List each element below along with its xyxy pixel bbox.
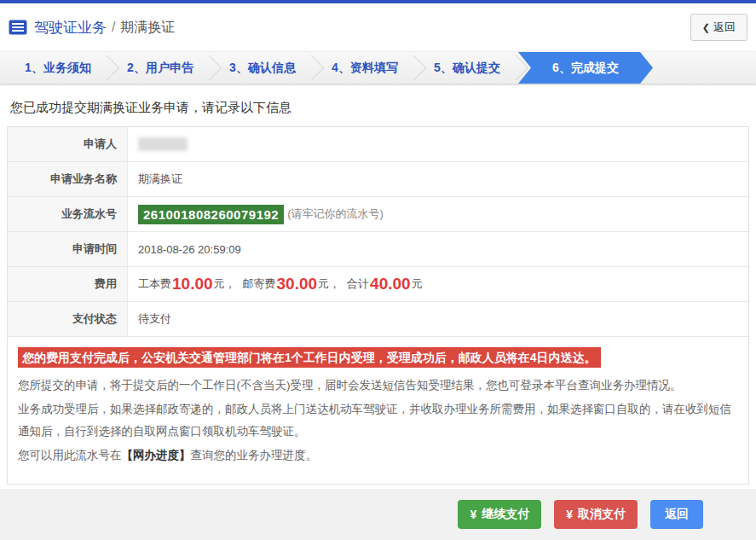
table-row-serial-number: 业务流水号 261001808260079192 (请牢记你的流水号) <box>8 197 748 232</box>
fee-post-amount: 30.00 <box>277 275 318 293</box>
cancel-payment-button[interactable]: ¥ 取消支付 <box>554 500 638 529</box>
row-value: 工本费 10.00 元 ， 邮寄费 30.00 元 ， 合计 40.00 元 <box>128 267 748 301</box>
fee-comma: ， <box>225 276 236 292</box>
step-1-business-notice: 1、业务须知 <box>7 52 109 84</box>
fee-comma: ， <box>329 276 340 292</box>
serial-number-badge: 261001808260079192 <box>138 205 284 224</box>
step-label: 4、资料填写 <box>332 61 398 76</box>
step-4-fill-materials: 4、资料填写 <box>314 52 416 84</box>
step-progress-bar: 1、业务须知 2、用户申告 3、确认信息 4、资料填写 5、确认提交 6、完成提… <box>0 52 756 85</box>
progress-note-highlight: 【网办进度】 <box>122 449 191 462</box>
table-row-payment-status: 支付状态 待支付 <box>8 302 748 337</box>
fee-work-label: 工本费 <box>138 276 171 292</box>
progress-note-post: 查询您的业务办理进度。 <box>191 449 318 462</box>
table-row-applicant: 申请人 <box>8 127 748 162</box>
step-3-confirm-info: 3、确认信息 <box>211 52 314 84</box>
return-button-label: 返回 <box>665 507 689 522</box>
table-row-fee: 费用 工本费 10.00 元 ， 邮寄费 30.00 元 ， 合计 40.00 … <box>8 267 748 302</box>
back-button[interactable]: ❮ 返回 <box>690 14 747 41</box>
step-label: 6、完成提交 <box>552 61 619 76</box>
step-6-complete-submit-active: 6、完成提交 <box>518 52 653 84</box>
row-label: 支付状态 <box>8 302 128 336</box>
table-row-business-name: 申请业务名称 期满换证 <box>8 162 748 197</box>
yuan-icon: ¥ <box>566 508 573 521</box>
step-2-user-declaration: 2、用户申告 <box>109 52 211 84</box>
serial-number-note: (请牢记你的流水号) <box>287 206 384 222</box>
progress-note-pre: 您可以用此流水号在 <box>18 449 122 462</box>
row-label: 申请人 <box>8 127 128 161</box>
result-panel: 申请人 申请业务名称 期满换证 业务流水号 261001808260079192… <box>7 126 749 485</box>
info-section: 您的费用支付完成后，公安机关交通管理部门将在1个工作日内受理，受理成功后，邮政人… <box>8 337 748 484</box>
breadcrumb-current-page: 期满换证 <box>120 19 175 37</box>
progress-query-note: 您可以用此流水号在【网办进度】查询您的业务办理进度。 <box>18 444 738 467</box>
fee-total-amount: 40.00 <box>370 275 411 293</box>
table-row-apply-time: 申请时间 2018-08-26 20:59:09 <box>8 232 748 267</box>
breadcrumb-separator: / <box>112 20 115 35</box>
fee-total-label: 合计 <box>347 276 369 292</box>
fee-unit: 元 <box>412 276 423 292</box>
yuan-icon: ¥ <box>470 508 476 521</box>
applicant-name-redacted <box>138 137 188 151</box>
step-label: 1、业务须知 <box>25 61 91 76</box>
page-header: 驾驶证业务 / 期满换证 ❮ 返回 <box>0 3 756 52</box>
info-paragraph-1: 您所提交的申请，将于提交后的一个工作日(不含当天)受理，届时会发送短信告知受理结… <box>18 375 738 397</box>
return-button[interactable]: 返回 <box>650 500 703 529</box>
fee-unit: 元 <box>318 276 329 292</box>
row-label: 业务流水号 <box>8 197 128 231</box>
step-label: 5、确认提交 <box>434 61 500 76</box>
breadcrumb-section-link[interactable]: 驾驶证业务 <box>34 18 107 38</box>
fee-unit: 元 <box>214 276 225 292</box>
footer-action-bar: ¥ 继续支付 ¥ 取消支付 返回 <box>0 489 756 540</box>
row-value: 2018-08-26 20:59:09 <box>128 232 748 266</box>
row-label: 申请业务名称 <box>8 162 128 196</box>
row-value: 261001808260079192 (请牢记你的流水号) <box>128 197 748 231</box>
row-label: 申请时间 <box>8 232 128 266</box>
row-value <box>128 127 748 161</box>
step-label: 3、确认信息 <box>229 61 296 76</box>
continue-payment-button[interactable]: ¥ 继续支付 <box>458 500 541 529</box>
document-list-icon <box>9 20 27 35</box>
row-label: 费用 <box>8 267 128 301</box>
row-value: 期满换证 <box>128 162 748 196</box>
payment-status-value: 待支付 <box>128 302 748 336</box>
success-message: 您已成功提交期满换证业务申请，请记录以下信息 <box>10 100 746 116</box>
warning-banner: 您的费用支付完成后，公安机关交通管理部门将在1个工作日内受理，受理成功后，邮政人… <box>18 347 601 368</box>
fee-post-label: 邮寄费 <box>243 276 276 292</box>
cancel-payment-label: 取消支付 <box>578 507 626 522</box>
step-label: 2、用户申告 <box>127 61 193 76</box>
continue-payment-label: 继续支付 <box>482 507 529 522</box>
chevron-left-icon: ❮ <box>702 22 710 33</box>
back-button-label: 返回 <box>713 20 736 35</box>
fee-work-amount: 10.00 <box>172 275 213 293</box>
step-5-confirm-submit: 5、确认提交 <box>416 52 518 84</box>
info-paragraph-2: 业务成功受理后，如果选择邮政寄递的，邮政人员将上门送达机动车驾驶证，并收取办理业… <box>18 398 738 443</box>
